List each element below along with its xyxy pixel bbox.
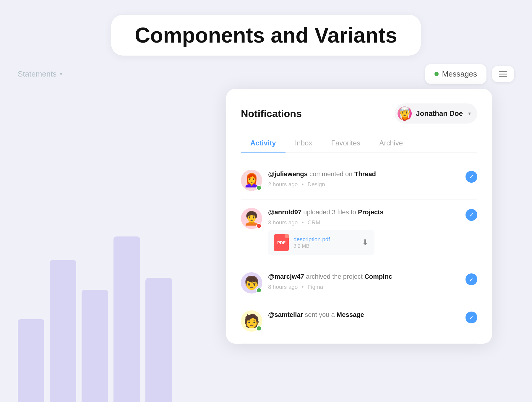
target-text: CompInc: [364, 273, 392, 280]
panel-title: Notifications: [241, 108, 302, 119]
online-status-indicator: [256, 326, 262, 331]
file-info: description.pdf 3,2 MB: [293, 236, 357, 249]
notification-content: @marcjw47 archived the project CompInc 8…: [268, 272, 460, 290]
category: CRM: [308, 219, 320, 226]
tab-favorites[interactable]: Favorites: [322, 134, 370, 152]
tab-inbox[interactable]: Inbox: [286, 134, 322, 152]
timestamp: 8 hours ago: [268, 284, 298, 290]
category: Figma: [308, 284, 323, 290]
top-bar-right: Messages: [425, 64, 515, 84]
action-text: commented on: [309, 170, 354, 178]
user-pill[interactable]: 🧝 Jonathan Doe ▾: [395, 103, 477, 124]
target-text: Projects: [358, 208, 384, 216]
notification-text: @samtellar sent you a Message: [268, 310, 460, 320]
panel-header: Notifications 🧝 Jonathan Doe ▾: [241, 103, 477, 124]
action-text: archived the project: [306, 273, 364, 280]
messages-label: Messages: [442, 69, 477, 79]
username: @juliewengs: [268, 170, 308, 178]
page-title: Components and Variants: [135, 23, 397, 47]
title-pill: Components and Variants: [111, 15, 421, 56]
statements-button[interactable]: Statements ▾: [18, 69, 62, 79]
messages-button[interactable]: Messages: [425, 64, 487, 84]
bar-chart-bar: [145, 278, 172, 402]
notification-text: @anrold97 uploaded 3 files to Projects: [268, 208, 460, 217]
check-circle-icon: ✓: [466, 171, 477, 183]
chevron-down-icon: ▾: [468, 110, 471, 117]
notification-item: 👦 @marcjw47 archived the project CompInc…: [241, 264, 477, 302]
tab-activity[interactable]: Activity: [241, 134, 286, 152]
menu-icon-line1: [499, 71, 507, 72]
online-status-indicator: [256, 185, 262, 190]
username: @anrold97: [268, 208, 301, 216]
avatar-emoji: 🧝: [398, 107, 412, 120]
notification-panel: Notifications 🧝 Jonathan Doe ▾ Activity …: [226, 89, 492, 344]
notification-content: @samtellar sent you a Message: [268, 310, 460, 322]
chevron-down-icon: ▾: [60, 71, 62, 77]
offline-status-indicator: [256, 223, 262, 228]
file-size: 3,2 MB: [293, 243, 357, 249]
bar-chart-bar: [113, 236, 140, 402]
statements-label: Statements: [18, 69, 57, 79]
notification-content: @anrold97 uploaded 3 files to Projects 3…: [268, 208, 460, 255]
category: Design: [308, 181, 325, 187]
target-text: Message: [337, 311, 364, 318]
menu-icon-line2: [499, 74, 507, 74]
user-name: Jonathan Doe: [416, 109, 463, 118]
action-text: sent you a: [305, 311, 337, 318]
online-status-indicator: [256, 288, 262, 293]
notification-item: 👩‍🦰 @juliewengs commented on Thread 2 ho…: [241, 161, 477, 200]
check-button[interactable]: ✓: [466, 209, 477, 221]
download-button[interactable]: ⬇: [362, 238, 369, 247]
notification-item: 🧑 @samtellar sent you a Message ✓: [241, 302, 477, 344]
file-attachment: PDF description.pdf 3,2 MB ⬇: [268, 230, 374, 255]
notifications-list: 👩‍🦰 @juliewengs commented on Thread 2 ho…: [241, 161, 477, 344]
background-chart: [0, 195, 177, 402]
check-button[interactable]: ✓: [466, 312, 477, 323]
notification-item: 🧑‍🦱 @anrold97 uploaded 3 files to Projec…: [241, 200, 477, 264]
check-circle-icon: ✓: [466, 312, 477, 323]
timestamp: 2 hours ago: [268, 181, 298, 187]
notification-meta: 8 hours ago • Figma: [268, 284, 460, 290]
pdf-icon: PDF: [274, 234, 289, 251]
tabs-bar: Activity Inbox Favorites Archive: [241, 134, 477, 153]
notification-text: @marcjw47 archived the project CompInc: [268, 272, 460, 281]
check-circle-icon: ✓: [466, 273, 477, 285]
avatar-wrap: 🧑‍🦱: [241, 208, 262, 229]
avatar: 🧝: [398, 106, 412, 121]
file-name: description.pdf: [293, 236, 357, 243]
bar-chart-bar: [18, 319, 44, 402]
avatar-wrap: 👦: [241, 272, 262, 294]
avatar-wrap: 👩‍🦰: [241, 170, 262, 191]
avatar-wrap: 🧑: [241, 310, 262, 332]
bar-chart-bar: [50, 260, 76, 402]
notification-meta: 2 hours ago • Design: [268, 181, 460, 188]
target-text: Thread: [354, 170, 376, 178]
check-circle-icon: ✓: [466, 209, 477, 221]
tab-archive[interactable]: Archive: [370, 134, 412, 152]
notification-text: @juliewengs commented on Thread: [268, 170, 460, 179]
menu-icon-line3: [499, 76, 507, 77]
bar-chart-bar: [82, 290, 108, 402]
timestamp: 3 hours ago: [268, 219, 298, 226]
menu-button[interactable]: [492, 66, 514, 82]
notification-content: @juliewengs commented on Thread 2 hours …: [268, 170, 460, 188]
check-button[interactable]: ✓: [466, 273, 477, 285]
username: @marcjw47: [268, 273, 304, 280]
username: @samtellar: [268, 311, 303, 318]
notification-meta: 3 hours ago • CRM: [268, 219, 460, 226]
top-bar: Statements ▾ Messages: [0, 62, 532, 86]
online-status-dot: [434, 72, 439, 76]
action-text: uploaded 3 files to: [303, 208, 358, 216]
check-button[interactable]: ✓: [466, 171, 477, 183]
